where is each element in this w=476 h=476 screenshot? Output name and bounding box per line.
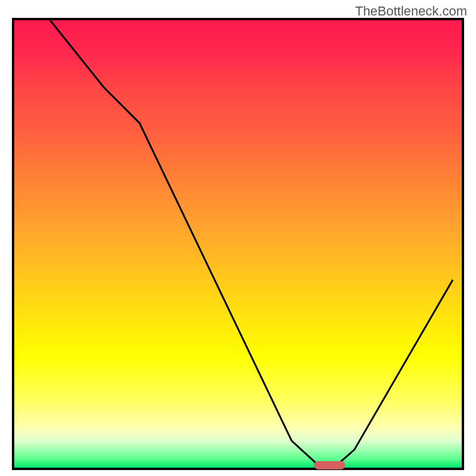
chart-container: TheBottleneck.com bbox=[0, 0, 476, 476]
bottleneck-curve bbox=[14, 20, 462, 468]
optimal-marker bbox=[314, 461, 346, 469]
watermark-text: TheBottleneck.com bbox=[355, 4, 467, 19]
chart-frame bbox=[12, 18, 464, 470]
